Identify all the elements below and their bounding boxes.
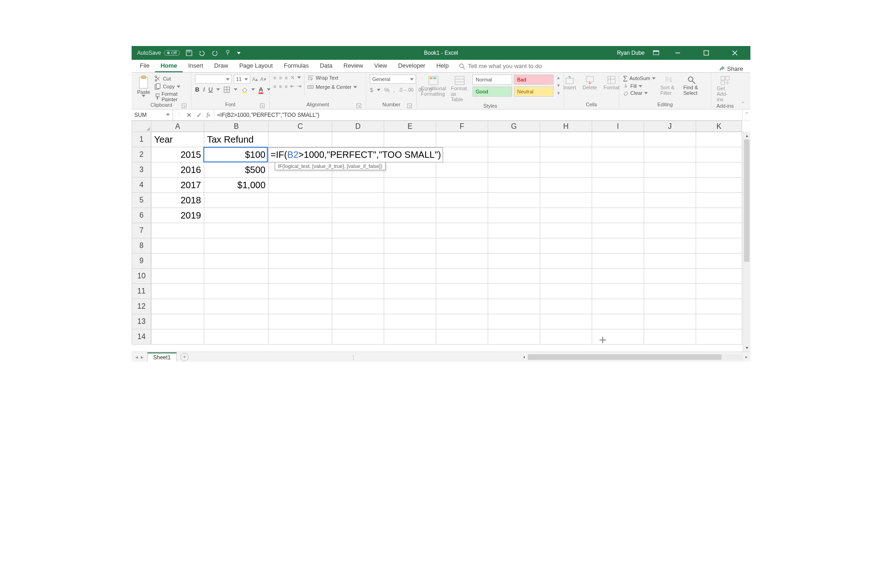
cell-D10[interactable]	[332, 269, 384, 284]
cell-A3[interactable]: 2016	[151, 162, 204, 178]
style-scroll-up[interactable]: ▴	[557, 75, 560, 81]
cell-C4[interactable]	[269, 178, 332, 193]
cell-K8[interactable]	[696, 238, 742, 254]
collapse-ribbon-button[interactable]: ˄	[739, 73, 747, 109]
horizontal-scroll-thumb[interactable]	[528, 354, 721, 360]
cell-I2[interactable]	[592, 147, 644, 162]
style-gallery-expand[interactable]: ▾	[557, 90, 560, 96]
minimize-button[interactable]	[668, 46, 688, 60]
formula-input[interactable]: =IF(B2>1000,"PERFECT","TOO SMALL")	[214, 110, 742, 120]
cell-K6[interactable]	[696, 208, 742, 223]
cell-E14[interactable]	[384, 329, 436, 345]
column-header-A[interactable]: A	[151, 121, 204, 132]
share-button[interactable]: Share	[719, 65, 748, 72]
format-cells-button[interactable]: Format	[602, 75, 622, 91]
cell-B13[interactable]	[204, 314, 269, 329]
cell-D7[interactable]	[332, 223, 384, 238]
cell-K4[interactable]	[696, 178, 742, 193]
align-left-button[interactable]: ≡	[273, 84, 276, 89]
grow-font-button[interactable]: A▴	[252, 76, 258, 82]
cell-B12[interactable]	[204, 299, 269, 314]
tab-developer[interactable]: Developer	[392, 59, 431, 72]
name-box[interactable]: SUM	[132, 110, 173, 120]
cell-B8[interactable]	[204, 238, 269, 254]
cell-C5[interactable]	[269, 193, 332, 208]
cell-A4[interactable]: 2017	[151, 178, 204, 193]
row-header-13[interactable]: 13	[132, 314, 151, 329]
tell-me-search[interactable]: Tell me what you want to do	[454, 60, 546, 72]
cell-J14[interactable]	[644, 329, 696, 345]
cell-J13[interactable]	[644, 314, 696, 329]
cell-F14[interactable]	[436, 329, 488, 345]
cell-J4[interactable]	[644, 178, 696, 193]
cell-B7[interactable]	[204, 223, 269, 238]
cell-B4[interactable]: $1,000	[204, 178, 269, 193]
ribbon-display-icon[interactable]	[653, 50, 659, 56]
column-header-I[interactable]: I	[592, 121, 644, 132]
cell-B9[interactable]	[204, 254, 269, 269]
autosave-toggle[interactable]: AutoSave Off	[137, 50, 180, 56]
column-header-B[interactable]: B	[204, 121, 269, 132]
cell-B10[interactable]	[204, 269, 269, 284]
cell-B6[interactable]	[204, 208, 269, 223]
align-middle-button[interactable]: ≡	[279, 75, 282, 81]
cell-H7[interactable]	[540, 223, 592, 238]
cell-E11[interactable]	[384, 284, 436, 299]
border-button[interactable]	[224, 86, 230, 93]
cell-A13[interactable]	[151, 314, 204, 329]
cell-A9[interactable]	[151, 254, 204, 269]
tab-formulas[interactable]: Formulas	[278, 59, 314, 72]
cell-F10[interactable]	[436, 269, 488, 284]
cell-E8[interactable]	[384, 238, 436, 254]
cell-I9[interactable]	[592, 254, 644, 269]
align-center-button[interactable]: ≡	[279, 84, 282, 89]
cell-H8[interactable]	[540, 238, 592, 254]
cell-F5[interactable]	[436, 193, 488, 208]
cell-D9[interactable]	[332, 254, 384, 269]
row-header-5[interactable]: 5	[132, 193, 151, 208]
row-header-4[interactable]: 4	[132, 178, 151, 193]
cell-E9[interactable]	[384, 254, 436, 269]
cell-F2[interactable]	[436, 147, 488, 162]
cell-G2[interactable]	[488, 147, 540, 162]
tab-file[interactable]: File	[134, 59, 155, 72]
cell-C1[interactable]	[269, 132, 332, 147]
cell-J3[interactable]	[644, 162, 696, 178]
cell-C13[interactable]	[269, 314, 332, 329]
scroll-right-button[interactable]: ▸	[743, 354, 750, 359]
find-select-button[interactable]: Find & Select	[681, 75, 702, 97]
tab-help[interactable]: Help	[431, 59, 454, 72]
cell-D5[interactable]	[332, 193, 384, 208]
font-color-button[interactable]: A	[259, 86, 263, 93]
vertical-scrollbar[interactable]: ▴ ▾	[743, 132, 750, 352]
tab-draw[interactable]: Draw	[209, 59, 234, 72]
tab-data[interactable]: Data	[314, 59, 338, 72]
autosum-button[interactable]: ∑AutoSum	[623, 75, 656, 82]
cell-B3[interactable]: $500	[204, 162, 269, 178]
row-header-10[interactable]: 10	[132, 269, 151, 284]
cell-J11[interactable]	[644, 284, 696, 299]
cell-C6[interactable]	[269, 208, 332, 223]
cell-I13[interactable]	[592, 314, 644, 329]
scroll-down-button[interactable]: ▾	[743, 344, 750, 352]
cell-G5[interactable]	[488, 193, 540, 208]
cell-D14[interactable]	[332, 329, 384, 345]
column-header-D[interactable]: D	[332, 121, 384, 132]
cell-B11[interactable]	[204, 284, 269, 299]
row-header-2[interactable]: 2	[132, 147, 151, 162]
touch-mode-icon[interactable]	[224, 49, 231, 57]
orientation-button[interactable]: ⤭	[290, 75, 294, 81]
cell-K7[interactable]	[696, 223, 742, 238]
column-header-C[interactable]: C	[269, 121, 332, 132]
conditional-formatting-button[interactable]: Conditional Formatting	[421, 75, 446, 98]
fx-icon[interactable]: fx	[207, 111, 210, 118]
cell-I3[interactable]	[592, 162, 644, 178]
cell-A11[interactable]	[151, 284, 204, 299]
dec-indent-button[interactable]: ⇤	[290, 83, 294, 89]
row-header-8[interactable]: 8	[132, 238, 151, 254]
cell-K12[interactable]	[696, 299, 742, 314]
style-bad[interactable]: Bad	[514, 75, 553, 85]
cell-G1[interactable]	[488, 132, 540, 147]
fill-color-button[interactable]	[241, 86, 248, 93]
cell-I5[interactable]	[592, 193, 644, 208]
